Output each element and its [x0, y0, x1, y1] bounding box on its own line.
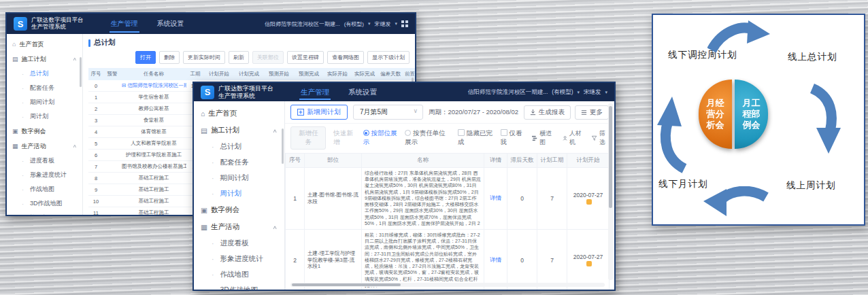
sidebar-item-label: 形象进度统计 [220, 254, 263, 264]
sidebar-item-label: 作战地图 [30, 185, 54, 194]
column-header: 计划工期 [537, 154, 567, 168]
sidebar-item[interactable]: ▦ 生产活动 ∧ [194, 218, 284, 235]
week-plan-table: 序号部位名称详情滞后天数计划工期计划开始计划完成责任人实际开始 1 土建-图书馆… [285, 153, 614, 290]
toolbar-button[interactable]: 更新实际时间 [183, 51, 225, 64]
sidebar-item[interactable]: 施工相册 [7, 211, 82, 215]
caret-down-icon[interactable]: ▾ [395, 21, 397, 27]
toolbar-button[interactable]: 设置里程碑 [287, 51, 324, 64]
sidebar-item[interactable]: 作战地图 [194, 266, 284, 282]
project-name[interactable]: 信阳师范学院淮河校区一期建... [468, 88, 548, 97]
sidebar-item[interactable]: ⌂ 生产首页 [194, 105, 284, 122]
sidebar-item[interactable]: ▣ 数字例会 [194, 201, 284, 218]
sidebar-item-label: 数字例会 [22, 127, 46, 136]
checkbox-only-me[interactable]: 仅看我 [501, 129, 524, 147]
gantt-icon [532, 135, 537, 141]
radio-by-part[interactable]: 按部位展示 [363, 129, 398, 147]
header-right: 信阳师范学院淮河校区一期建... (有模型) ▾ 宋继发 ▾ [468, 88, 607, 97]
new-week-plan-button[interactable]: 新增周计划 [290, 105, 348, 120]
sidebar-item[interactable]: 形象进度统计 [194, 251, 284, 266]
sidebar-item-icon: ▣ [12, 128, 18, 135]
filter-button[interactable]: 筛选 [592, 129, 609, 147]
label-online-weekly-plan: 线上周计划 [786, 179, 836, 192]
detail-link[interactable]: 详情 [490, 256, 501, 263]
user-name[interactable]: 宋继发 [374, 20, 390, 28]
caret-down-icon[interactable]: ▾ [368, 21, 371, 27]
sidebar-scrollbar[interactable] [282, 128, 284, 164]
generate-report-button[interactable]: 生成报表 [524, 105, 571, 120]
user-name[interactable]: 宋继发 [584, 88, 601, 97]
sidebar-item[interactable]: 总计划 [194, 139, 284, 154]
sidebar-item[interactable]: 3D作战地图 [194, 282, 284, 290]
plan-toolbar: 打开删除更新实际时间刷新关联部位设置里程碑查看网络图显示下级计划 [88, 51, 410, 64]
monthly-operation-meeting: 月经 营分 析会 [699, 80, 732, 149]
sidebar-item-label: 配套任务 [30, 84, 54, 92]
caret-down-icon[interactable]: ▾ [605, 90, 607, 95]
detail-link[interactable]: 详情 [490, 194, 501, 201]
task-name-cell: 粗装：31日维修完成，砌体：30日维修完成批白：27-2日二层以上批白打底腻子涂… [365, 232, 481, 288]
sidebar-item-icon: ▤ [12, 56, 18, 63]
scrollbar-thumb[interactable] [609, 106, 612, 208]
table-header: 序号预警任务名称工期计划开始计划完成预测开始预测完成实际开始实际完成偏差天数前置… [88, 68, 415, 80]
sidebar-item[interactable]: 周计划 [194, 186, 284, 201]
sidebar-item-label: 形象进度统计 [30, 171, 67, 179]
caret-down-icon[interactable]: ▾ [577, 90, 580, 95]
sidebar-item[interactable]: 期间计划 [7, 95, 82, 109]
radio-by-unit[interactable]: 按责任单位展示 [405, 129, 450, 147]
gantt-view-button[interactable]: 横道图 [532, 129, 554, 147]
resources-button[interactable]: 人材机 [563, 129, 584, 147]
sidebar-item[interactable]: 形象进度统计 [7, 168, 82, 182]
toolbar-button[interactable]: 刷新 [229, 51, 249, 64]
meeting-cycle-circle: 月经 营分 析会 月工 程部 例会 [699, 80, 768, 149]
sidebar-item[interactable]: 进度看板 [194, 235, 284, 251]
sidebar-item-label: 总计划 [220, 142, 242, 152]
monthly-engineering-meeting: 月工 程部 例会 [735, 80, 768, 149]
sidebar-scrollbar[interactable] [80, 57, 82, 87]
checkbox-hide-done[interactable]: 隐藏已完成 [458, 129, 493, 147]
nav-item[interactable]: 生产管理 [291, 83, 339, 101]
table-row[interactable]: 2 土建-理工学院与护理学院教学楼-第3层-流水段1 粗装：31日维修完成，砌体… [286, 230, 615, 290]
column-header: 实际开始 [324, 68, 351, 80]
scrollbar-thumb[interactable] [292, 283, 401, 286]
add-task-button[interactable]: 新增任务 [290, 126, 326, 150]
horizontal-scrollbar[interactable] [290, 283, 605, 287]
section-title: 总计划 [88, 38, 410, 48]
column-header: 计划完成 [234, 68, 264, 80]
sidebar-item[interactable]: ⌂ 生产首页 [7, 37, 82, 52]
vertical-scrollbar[interactable] [608, 103, 613, 280]
sidebar-item[interactable]: 作战地图 [7, 182, 82, 196]
project-name[interactable]: 信阳师范学院淮河校区一期建... [265, 20, 340, 28]
toolbar-button[interactable]: 关联部位 [252, 51, 284, 64]
sidebar-item[interactable]: 周计划 [7, 109, 82, 124]
glodon-logo-icon: S [201, 86, 214, 99]
table-row[interactable]: 1 土建-图书馆-图书馆-流水段 综合楼行政楼：27日 东单体机房层浇筑完成，2… [286, 168, 615, 230]
nav-item[interactable]: 生产管理 [101, 14, 148, 34]
label-online-master-plan: 线上总计划 [788, 51, 837, 63]
person-icon [563, 135, 567, 141]
apps-icon[interactable] [401, 20, 408, 27]
sidebar-item[interactable]: ▤ 施工计划 ∧ [7, 52, 82, 67]
app-title: 广联达数字项目平台 生产管理系统 [31, 17, 84, 31]
toolbar-button[interactable]: 查看网络图 [327, 51, 364, 64]
toolbar-button[interactable]: 显示下级计划 [367, 51, 410, 64]
sidebar-item[interactable]: 进度看板 [7, 154, 82, 168]
sidebar-item[interactable]: 配套任务 [194, 154, 284, 170]
sidebar-item[interactable]: 期间计划 [194, 170, 284, 186]
quick-add-button[interactable]: 快速新增 [333, 129, 355, 147]
sidebar-item-label: 进度看板 [30, 156, 54, 165]
sidebar-item[interactable]: 总计划 [7, 67, 82, 81]
task-name-cell: 综合楼行政楼：27日 东单体机房层浇筑完成，28日 西单体机房层墙顶完成，准备浇… [365, 170, 481, 227]
week-select[interactable]: 7月第5周 ∨ [353, 105, 423, 120]
toolbar-button[interactable]: 删除 [159, 51, 180, 64]
toolbar-button[interactable]: 打开 [135, 51, 156, 64]
nav-item[interactable]: 系统设置 [148, 14, 194, 34]
sidebar-item[interactable]: ▣ 数字例会 [7, 124, 82, 139]
sidebar-item[interactable]: ▦ 生产活动 ∧ [7, 139, 82, 154]
sidebar-item[interactable]: ▤ 施工计划 ∧ [194, 122, 284, 139]
sidebar-item[interactable]: 3D作战地图 [7, 196, 82, 211]
sidebar-item[interactable]: 配套任务 [7, 81, 82, 95]
column-header: 名称 [362, 154, 484, 168]
column-header: 预测开始 [264, 68, 294, 80]
more-button[interactable]: 更多 [575, 105, 609, 120]
nav-item[interactable]: 系统设置 [339, 83, 386, 101]
column-header: 预警 [103, 68, 121, 80]
